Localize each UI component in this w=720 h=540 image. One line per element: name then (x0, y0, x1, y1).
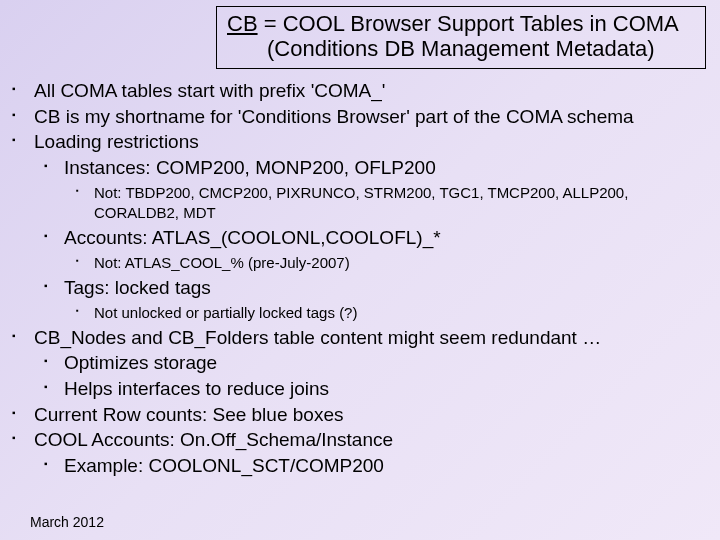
list-item-label: COOL Accounts: On.Off_Schema/Instance (34, 429, 393, 450)
list-item-label: CB_Nodes and CB_Folders table content mi… (34, 327, 601, 348)
list-item: Instances: COMP200, MONP200, OFLP200 Not… (34, 155, 710, 223)
list-item-label: Tags: locked tags (64, 277, 211, 298)
title-abbrev: CB (227, 11, 258, 36)
list-item: Tags: locked tags Not unlocked or partia… (34, 275, 710, 323)
list-item: Accounts: ATLAS_(COOLONL,COOLOFL)_* Not:… (34, 225, 710, 273)
list-item: Helps interfaces to reduce joins (34, 376, 710, 402)
list-item: Not: TBDP200, CMCP200, PIXRUNCO, STRM200… (64, 183, 710, 224)
list-item: CB_Nodes and CB_Folders table content mi… (6, 325, 710, 402)
list-item-label: Loading restrictions (34, 131, 199, 152)
list-item: Optimizes storage (34, 350, 710, 376)
list-item: COOL Accounts: On.Off_Schema/Instance Ex… (6, 427, 710, 478)
list-item: Example: COOLONL_SCT/COMP200 (34, 453, 710, 479)
slide-title: CB = COOL Browser Support Tables in COMA… (216, 6, 706, 69)
title-line2: (Conditions DB Management Metadata) (227, 36, 695, 61)
list-item: All COMA tables start with prefix 'COMA_… (6, 78, 710, 104)
title-line1-rest: = COOL Browser Support Tables in COMA (258, 11, 679, 36)
list-item: CB is my shortname for 'Conditions Brows… (6, 104, 710, 130)
list-item: Not: ATLAS_COOL_% (pre-July-2007) (64, 253, 710, 273)
list-item: Not unlocked or partially locked tags (?… (64, 303, 710, 323)
list-item-label: Instances: COMP200, MONP200, OFLP200 (64, 157, 436, 178)
slide-body: All COMA tables start with prefix 'COMA_… (6, 78, 710, 479)
list-item-label: Accounts: ATLAS_(COOLONL,COOLOFL)_* (64, 227, 441, 248)
list-item: Loading restrictions Instances: COMP200,… (6, 129, 710, 323)
list-item: Current Row counts: See blue boxes (6, 402, 710, 428)
slide-footer-date: March 2012 (30, 514, 104, 530)
